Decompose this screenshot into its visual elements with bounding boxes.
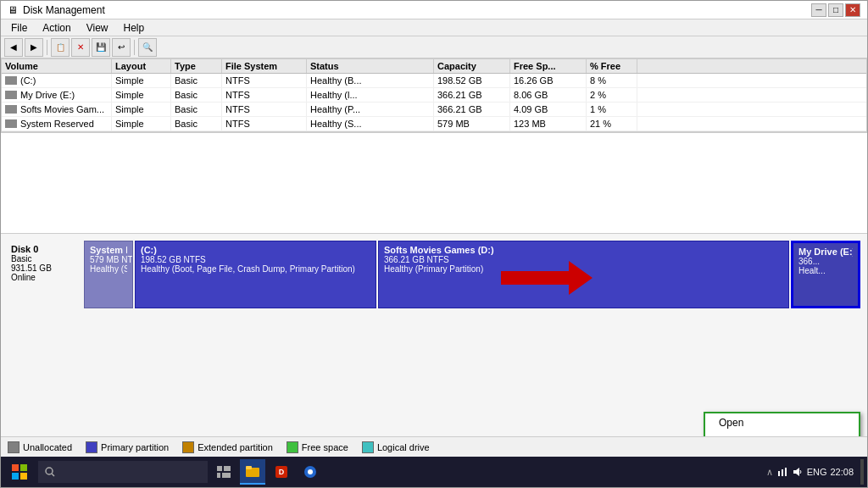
toolbar-back[interactable]: ◀ (4, 38, 23, 57)
cell-type-2: Basic (171, 103, 222, 116)
menu-file[interactable]: File (4, 20, 34, 36)
toolbar-btn4[interactable]: ↩ (112, 38, 131, 57)
cell-status-1: Healthy (l... (307, 88, 434, 102)
legend-free: Free space (287, 441, 348, 453)
content-area: Volume Layout Type File System Status Ca… (1, 58, 867, 457)
legend-swatch-logical (362, 441, 374, 453)
partition-mydrive-status: Healt... (798, 266, 853, 275)
legend-label-logical: Logical drive (377, 442, 430, 452)
toolbar-btn2[interactable]: ✕ (71, 38, 90, 57)
cell-status-3: Healthy (S... (307, 117, 434, 130)
col-pct[interactable]: % Free (587, 59, 637, 73)
taskbar-app2[interactable] (298, 459, 323, 485)
drive-icon-1 (5, 91, 17, 99)
volume-icon (792, 466, 804, 478)
taskbar: D ∧ ENG (1, 457, 867, 487)
drive-icon-2 (5, 105, 17, 114)
taskview-button[interactable] (211, 459, 236, 485)
minimize-button[interactable]: ─ (811, 3, 826, 17)
cell-fs-0: NTFS (222, 74, 307, 87)
app2-icon (303, 465, 317, 479)
taskbar-tray: ∧ ENG 22:08 (766, 459, 864, 485)
taskbar-clock[interactable]: 22:08 (830, 467, 854, 477)
taskbar-explorer[interactable] (240, 459, 265, 485)
col-status[interactable]: Status (307, 59, 434, 73)
title-bar-controls: ─ □ ✕ (811, 3, 860, 17)
empty-area (1, 132, 867, 234)
menu-help[interactable]: Help (117, 20, 152, 36)
cell-fs-3: NTFS (222, 117, 307, 130)
disk-0-row: Disk 0 Basic 931.51 GB Online System Res… (8, 241, 860, 308)
cell-free-1: 8.06 GB (510, 88, 587, 102)
toolbar-btn5[interactable]: 🔍 (138, 38, 157, 57)
menu-action[interactable]: Action (36, 20, 77, 36)
list-item[interactable]: Softs Movies Gam... Simple Basic NTFS He… (2, 103, 866, 117)
taskbar-app1[interactable]: D (269, 459, 294, 485)
search-icon (45, 467, 55, 477)
context-menu-open[interactable]: Open (705, 413, 859, 432)
col-layout[interactable]: Layout (112, 59, 171, 73)
disk-0-partitions: System Reserved 579 MB NTFS Healthy (Sys… (84, 241, 860, 308)
partition-my-drive[interactable]: My Drive (E:) 366... Healt... (791, 241, 860, 308)
cell-status-2: Healthy (P... (307, 103, 434, 116)
toolbar: ◀ ▶ 📋 ✕ 💾 ↩ 🔍 (1, 36, 867, 58)
legend-swatch-unallocated (8, 441, 19, 453)
app1-icon: D (275, 465, 288, 479)
disk-area: Disk 0 Basic 931.51 GB Online System Res… (1, 234, 867, 436)
cell-status-0: Healthy (B... (307, 74, 434, 87)
cell-volume-3: System Reserved (2, 117, 112, 130)
svg-rect-16 (778, 471, 780, 476)
context-menu-explore[interactable]: Explore (705, 432, 859, 436)
maximize-button[interactable]: □ (828, 3, 843, 17)
tray-chevron[interactable]: ∧ (766, 467, 773, 478)
partition-system-reserved[interactable]: System Reserved 579 MB NTFS Healthy (Sys… (84, 241, 133, 308)
partition-c-status: Healthy (Boot, Page File, Crash Dump, Pr… (141, 264, 370, 274)
taskbar-left: D (4, 457, 323, 487)
col-volume[interactable]: Volume (2, 59, 112, 73)
col-capacity[interactable]: Capacity (434, 59, 510, 73)
drive-icon-0 (5, 76, 17, 85)
col-free[interactable]: Free Sp... (510, 59, 587, 73)
cell-pct-0: 8 % (587, 74, 637, 87)
context-menu: Open Explore Change Drive Letter and Pat… (704, 412, 860, 436)
legend-label-free: Free space (302, 442, 348, 452)
toolbar-forward[interactable]: ▶ (25, 38, 43, 57)
legend-extended: Extended partition (182, 441, 273, 453)
cell-layout-3: Simple (112, 117, 171, 130)
col-type[interactable]: Type (171, 59, 222, 73)
svg-line-5 (52, 474, 54, 476)
disk-0-size: 931.51 GB (11, 263, 79, 273)
cell-pct-3: 21 % (587, 117, 637, 130)
legend-unallocated: Unallocated (8, 441, 72, 453)
toolbar-sep1 (47, 40, 47, 55)
cell-type-0: Basic (171, 74, 222, 87)
partition-c-size: 198.52 GB NTFS (141, 255, 370, 264)
show-desktop-button[interactable] (860, 459, 864, 485)
partition-c[interactable]: (C:) 198.52 GB NTFS Healthy (Boot, Page … (135, 241, 376, 308)
legend-swatch-primary (86, 441, 97, 453)
svg-rect-6 (217, 466, 222, 471)
taskbar-search[interactable] (38, 461, 208, 483)
legend-primary: Primary partition (86, 441, 169, 453)
col-fs[interactable]: File System (222, 59, 307, 73)
start-button[interactable] (4, 457, 35, 487)
cell-free-3: 123 MB (510, 117, 587, 130)
menu-view[interactable]: View (80, 20, 115, 36)
title-bar-left: 🖥 Disk Management (8, 4, 105, 16)
legend-swatch-extended (182, 441, 194, 453)
list-item[interactable]: My Drive (E:) Simple Basic NTFS Healthy … (2, 88, 866, 103)
title-bar: 🖥 Disk Management ─ □ ✕ (1, 1, 867, 19)
window-title: Disk Management (23, 4, 105, 16)
cell-pct-1: 2 % (587, 88, 637, 102)
arrow-body (501, 271, 569, 285)
toolbar-btn1[interactable]: 📋 (51, 38, 70, 57)
list-item[interactable]: (C:) Simple Basic NTFS Healthy (B... 198… (2, 74, 866, 88)
toolbar-btn3[interactable]: 💾 (92, 38, 110, 57)
cell-fs-1: NTFS (222, 88, 307, 102)
list-body: (C:) Simple Basic NTFS Healthy (B... 198… (2, 74, 866, 131)
list-item[interactable]: System Reserved Simple Basic NTFS Health… (2, 117, 866, 131)
legend-label-unallocated: Unallocated (23, 442, 72, 452)
cell-capacity-0: 198.52 GB (434, 74, 510, 87)
close-button[interactable]: ✕ (845, 3, 860, 17)
list-header: Volume Layout Type File System Status Ca… (2, 59, 866, 74)
